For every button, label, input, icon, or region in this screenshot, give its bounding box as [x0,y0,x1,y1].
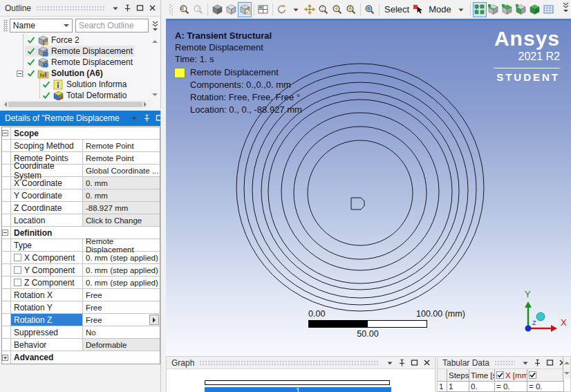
scroll-down-icon[interactable] [564,372,570,377]
maximize-icon[interactable] [545,357,555,368]
scrollbar-thumb[interactable] [8,102,142,107]
pin-icon[interactable] [142,113,152,123]
tabular-column-header-time-s[interactable]: Time [s] [469,369,495,382]
scroll-up-icon[interactable] [152,37,158,43]
details-row-z-component[interactable]: Z Component0. mm (step applied) [2,277,160,289]
checkbox-unchecked-icon[interactable] [14,266,21,274]
details-property-value[interactable]: 0. mm [83,189,160,201]
tabular-cell[interactable]: = 0. [527,382,564,392]
scroll-up-icon[interactable] [564,359,570,364]
zoom-globe-icon[interactable] [363,2,377,17]
close-icon[interactable] [147,3,158,13]
details-property-value[interactable]: Global Coordinate ... [83,165,160,176]
volume-select-icon[interactable] [528,2,542,17]
group-expander-icon[interactable] [2,355,8,361]
details-row-scoping-method[interactable]: Scoping MethodRemote Point [2,140,160,152]
details-property-value[interactable]: 0. mm (step applied) [83,277,160,288]
pin-icon[interactable] [397,357,407,368]
tabular-column-header-item[interactable] [527,369,564,382]
wireframe-cube-icon[interactable] [224,2,238,17]
timeline-track[interactable] [205,380,390,385]
details-group-scope[interactable]: Scope [2,127,160,140]
zoom-updown-icon[interactable] [317,2,330,17]
scroll-right-icon[interactable] [144,102,149,107]
shaded-cube-icon[interactable] [210,2,224,17]
toolbar-overflow-chevrons-icon[interactable] [151,20,159,31]
checkbox-unchecked-icon[interactable] [14,279,21,286]
pin-icon[interactable] [532,357,543,368]
maximize-icon[interactable] [135,3,145,13]
details-row-x-component[interactable]: X Component0. mm (step applied) [2,252,160,264]
tabular-column-header-steps[interactable]: Steps [447,369,469,382]
details-property-value[interactable]: Deformable [83,339,160,351]
search-input[interactable] [75,19,149,32]
maximize-icon[interactable] [409,357,420,368]
section-plane-icon[interactable] [238,2,252,17]
checkbox-checked-icon[interactable] [529,371,536,379]
details-row-location[interactable]: LocationClick to Change [2,214,160,227]
details-row-z-coordinate[interactable]: Z Coordinate-88.927 mm [2,202,160,214]
caret-down-icon[interactable] [384,357,395,368]
scroll-left-icon[interactable] [1,102,7,107]
graphics-viewport[interactable]: A: Transient Structural Remote Displacem… [166,19,571,356]
tabular-cell[interactable]: 1 [447,382,469,392]
tree-vertical-scrollbar[interactable] [150,35,160,100]
details-row-type[interactable]: TypeRemote Displacement [2,239,160,252]
orientation-triad[interactable]: Y X Z [512,282,571,342]
details-property-value[interactable]: 0. mm (step applied) [83,264,160,276]
tree-horizontal-scrollbar[interactable] [0,100,151,109]
details-property-value[interactable]: No [83,326,160,338]
details-property-value[interactable]: Remote Displacement [83,239,160,251]
mode-label[interactable]: Mode [429,4,451,15]
drag-handle-icon[interactable] [164,2,178,17]
value-dropdown-button[interactable] [149,315,159,325]
details-property-value[interactable]: Free [83,289,160,301]
details-property-value[interactable]: -88.927 mm [83,202,160,214]
details-row-y-coordinate[interactable]: Y Coordinate0. mm [2,189,160,202]
name-filter-dropdown[interactable]: Name [10,19,73,32]
outline-panel-header[interactable]: Outline [0,0,160,17]
group-expander-icon[interactable] [2,230,8,236]
tree-item-total-deformatio[interactable]: Total Deformatio [0,90,151,100]
details-row-y-component[interactable]: Y Component0. mm (step applied) [2,264,160,277]
toolbar-overflow-chevrons-icon[interactable] [562,1,570,12]
toolbar-drag-handle-icon[interactable] [3,19,8,32]
details-property-value[interactable]: 0. mm [83,177,160,189]
checkbox-unchecked-icon[interactable] [14,254,21,261]
face-select-icon[interactable] [500,2,514,17]
close-icon[interactable] [422,357,432,368]
details-panel-header[interactable]: Details of "Remote Displaceme [0,111,160,126]
details-property-value[interactable]: Click to Change [83,214,160,226]
checkbox-checked-icon[interactable] [496,371,504,379]
pan-icon[interactable] [303,2,317,17]
viewports-grid-icon[interactable] [256,2,270,17]
tabular-cell[interactable]: 1 [438,382,447,392]
details-group-advanced[interactable]: Advanced [2,351,160,364]
tabular-cell[interactable]: 0. [469,382,495,392]
details-row-rotation-x[interactable]: Rotation XFree [2,289,160,301]
zoom-back-icon[interactable] [178,2,191,17]
tree-expander-icon[interactable] [17,71,23,77]
scroll-down-icon[interactable] [152,93,158,99]
body-select-icon[interactable] [514,2,528,17]
details-row-x-coordinate[interactable]: X Coordinate0. mm [2,177,160,189]
details-property-value[interactable]: Free [83,301,160,313]
zoom-in-icon[interactable] [344,2,358,17]
tabular-column-header-x-mm[interactable]: X [mm] [495,369,527,382]
details-property-value[interactable]: Free [83,314,160,326]
zoom-forward-icon[interactable] [191,2,205,17]
pin-icon[interactable] [122,3,133,13]
caret-down-icon[interactable] [110,3,120,13]
tabular-cell[interactable]: = 0. [495,382,527,392]
select-cursor-icon[interactable] [412,2,426,17]
caret-down-icon[interactable] [454,2,468,17]
select-label[interactable]: Select [384,4,409,15]
details-row-rotation-y[interactable]: Rotation YFree [2,301,160,314]
rotate-icon[interactable] [275,2,289,17]
details-row-behavior[interactable]: BehaviorDeformable [2,339,160,351]
details-row-coordinate-system[interactable]: Coordinate SystemGlobal Coordinate ... [2,165,160,177]
vertex-select-icon[interactable] [473,2,487,17]
details-property-value[interactable]: Remote Point [83,140,160,151]
group-expander-icon[interactable] [2,130,8,136]
graph-panel-header[interactable]: Graph [167,357,435,369]
